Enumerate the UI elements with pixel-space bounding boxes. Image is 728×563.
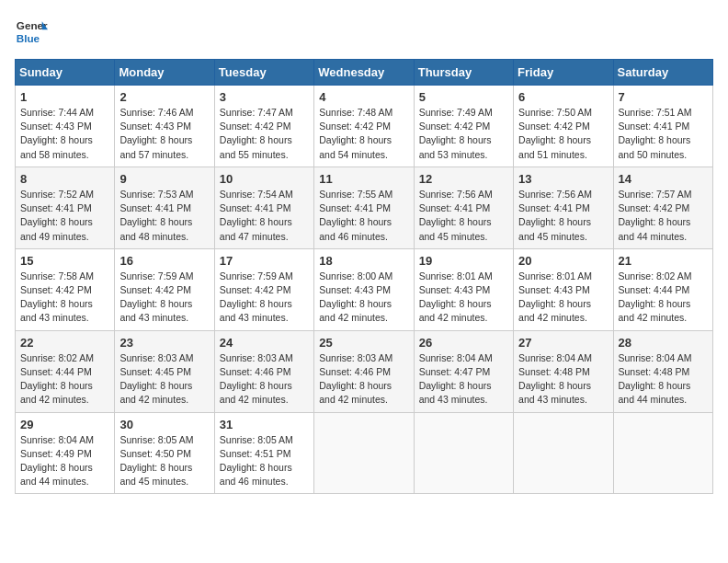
day-number: 8 bbox=[20, 172, 109, 186]
calendar-cell: 23 Sunrise: 8:03 AMSunset: 4:45 PMDaylig… bbox=[115, 330, 214, 412]
calendar-cell: 14 Sunrise: 7:57 AMSunset: 4:42 PMDaylig… bbox=[613, 167, 712, 248]
calendar-cell: 30 Sunrise: 8:05 AMSunset: 4:50 PMDaylig… bbox=[115, 412, 214, 494]
page-header: General Blue bbox=[15, 15, 713, 48]
day-info: Sunrise: 7:51 AMSunset: 4:41 PMDaylight:… bbox=[619, 106, 708, 162]
day-number: 20 bbox=[518, 254, 608, 268]
day-number: 6 bbox=[518, 90, 608, 104]
day-info: Sunrise: 7:59 AMSunset: 4:42 PMDaylight:… bbox=[119, 270, 209, 326]
day-info: Sunrise: 8:04 AMSunset: 4:49 PMDaylight:… bbox=[20, 433, 109, 489]
svg-text:Blue: Blue bbox=[17, 32, 40, 44]
calendar-cell: 6 Sunrise: 7:50 AMSunset: 4:42 PMDayligh… bbox=[514, 86, 613, 167]
day-info: Sunrise: 7:54 AMSunset: 4:41 PMDaylight:… bbox=[220, 188, 309, 244]
calendar-cell bbox=[314, 412, 414, 494]
day-number: 11 bbox=[319, 172, 408, 186]
day-info: Sunrise: 7:48 AMSunset: 4:42 PMDaylight:… bbox=[319, 106, 408, 162]
day-info: Sunrise: 8:02 AMSunset: 4:44 PMDaylight:… bbox=[20, 351, 109, 408]
day-info: Sunrise: 8:01 AMSunset: 4:43 PMDaylight:… bbox=[518, 270, 608, 326]
logo: General Blue bbox=[15, 15, 48, 48]
day-info: Sunrise: 8:03 AMSunset: 4:45 PMDaylight:… bbox=[119, 351, 209, 408]
calendar-cell: 20 Sunrise: 8:01 AMSunset: 4:43 PMDaylig… bbox=[514, 248, 613, 330]
calendar-cell: 7 Sunrise: 7:51 AMSunset: 4:41 PMDayligh… bbox=[613, 86, 712, 167]
day-number: 3 bbox=[220, 90, 309, 104]
day-number: 31 bbox=[220, 418, 309, 431]
day-number: 9 bbox=[119, 172, 209, 186]
calendar-cell: 12 Sunrise: 7:56 AMSunset: 4:41 PMDaylig… bbox=[414, 167, 513, 248]
calendar-week-2: 8 Sunrise: 7:52 AMSunset: 4:41 PMDayligh… bbox=[16, 167, 713, 248]
calendar-cell: 28 Sunrise: 8:04 AMSunset: 4:48 PMDaylig… bbox=[613, 330, 712, 412]
day-number: 13 bbox=[518, 172, 608, 186]
day-info: Sunrise: 7:46 AMSunset: 4:43 PMDaylight:… bbox=[119, 106, 209, 162]
day-number: 30 bbox=[119, 418, 209, 431]
weekday-header-wednesday: Wednesday bbox=[314, 60, 414, 86]
day-info: Sunrise: 8:04 AMSunset: 4:48 PMDaylight:… bbox=[619, 351, 708, 408]
day-number: 7 bbox=[619, 90, 708, 104]
calendar-cell: 15 Sunrise: 7:58 AMSunset: 4:42 PMDaylig… bbox=[16, 248, 115, 330]
day-info: Sunrise: 7:47 AMSunset: 4:42 PMDaylight:… bbox=[220, 106, 309, 162]
calendar-cell: 22 Sunrise: 8:02 AMSunset: 4:44 PMDaylig… bbox=[16, 330, 115, 412]
day-number: 4 bbox=[319, 90, 408, 104]
weekday-header-thursday: Thursday bbox=[414, 60, 513, 86]
calendar-cell: 31 Sunrise: 8:05 AMSunset: 4:51 PMDaylig… bbox=[214, 412, 313, 494]
calendar-table: SundayMondayTuesdayWednesdayThursdayFrid… bbox=[15, 59, 713, 494]
calendar-cell: 4 Sunrise: 7:48 AMSunset: 4:42 PMDayligh… bbox=[314, 86, 414, 167]
calendar-cell: 5 Sunrise: 7:49 AMSunset: 4:42 PMDayligh… bbox=[414, 86, 513, 167]
day-number: 18 bbox=[319, 254, 408, 268]
calendar-week-1: 1 Sunrise: 7:44 AMSunset: 4:43 PMDayligh… bbox=[16, 86, 713, 167]
day-info: Sunrise: 7:57 AMSunset: 4:42 PMDaylight:… bbox=[619, 188, 708, 244]
day-number: 19 bbox=[419, 254, 508, 268]
day-number: 26 bbox=[419, 336, 508, 350]
calendar-cell bbox=[514, 412, 613, 494]
day-info: Sunrise: 7:49 AMSunset: 4:42 PMDaylight:… bbox=[419, 106, 508, 162]
calendar-cell: 27 Sunrise: 8:04 AMSunset: 4:48 PMDaylig… bbox=[514, 330, 613, 412]
day-info: Sunrise: 7:44 AMSunset: 4:43 PMDaylight:… bbox=[20, 106, 109, 162]
day-info: Sunrise: 7:50 AMSunset: 4:42 PMDaylight:… bbox=[518, 106, 608, 162]
weekday-header-monday: Monday bbox=[115, 60, 214, 86]
calendar-cell: 18 Sunrise: 8:00 AMSunset: 4:43 PMDaylig… bbox=[314, 248, 414, 330]
calendar-cell: 25 Sunrise: 8:03 AMSunset: 4:46 PMDaylig… bbox=[314, 330, 414, 412]
calendar-cell: 10 Sunrise: 7:54 AMSunset: 4:41 PMDaylig… bbox=[214, 167, 313, 248]
day-number: 25 bbox=[319, 336, 408, 350]
calendar-cell: 16 Sunrise: 7:59 AMSunset: 4:42 PMDaylig… bbox=[115, 248, 214, 330]
calendar-header: SundayMondayTuesdayWednesdayThursdayFrid… bbox=[16, 60, 713, 86]
day-info: Sunrise: 7:56 AMSunset: 4:41 PMDaylight:… bbox=[518, 188, 608, 244]
weekday-header-friday: Friday bbox=[514, 60, 613, 86]
calendar-cell: 2 Sunrise: 7:46 AMSunset: 4:43 PMDayligh… bbox=[115, 86, 214, 167]
calendar-cell: 17 Sunrise: 7:59 AMSunset: 4:42 PMDaylig… bbox=[214, 248, 313, 330]
day-number: 28 bbox=[619, 336, 708, 350]
day-number: 17 bbox=[220, 254, 309, 268]
calendar-week-3: 15 Sunrise: 7:58 AMSunset: 4:42 PMDaylig… bbox=[16, 248, 713, 330]
calendar-cell: 24 Sunrise: 8:03 AMSunset: 4:46 PMDaylig… bbox=[214, 330, 313, 412]
day-info: Sunrise: 7:56 AMSunset: 4:41 PMDaylight:… bbox=[419, 188, 508, 244]
day-info: Sunrise: 8:02 AMSunset: 4:44 PMDaylight:… bbox=[619, 270, 708, 326]
day-info: Sunrise: 8:05 AMSunset: 4:51 PMDaylight:… bbox=[220, 433, 309, 489]
calendar-cell: 13 Sunrise: 7:56 AMSunset: 4:41 PMDaylig… bbox=[514, 167, 613, 248]
day-info: Sunrise: 8:04 AMSunset: 4:47 PMDaylight:… bbox=[419, 351, 508, 408]
day-number: 29 bbox=[20, 418, 109, 431]
day-number: 22 bbox=[20, 336, 109, 350]
calendar-cell: 11 Sunrise: 7:55 AMSunset: 4:41 PMDaylig… bbox=[314, 167, 414, 248]
day-number: 27 bbox=[518, 336, 608, 350]
calendar-cell: 1 Sunrise: 7:44 AMSunset: 4:43 PMDayligh… bbox=[16, 86, 115, 167]
calendar-cell: 19 Sunrise: 8:01 AMSunset: 4:43 PMDaylig… bbox=[414, 248, 513, 330]
day-info: Sunrise: 7:59 AMSunset: 4:42 PMDaylight:… bbox=[220, 270, 309, 326]
calendar-week-5: 29 Sunrise: 8:04 AMSunset: 4:49 PMDaylig… bbox=[16, 412, 713, 494]
logo-icon: General Blue bbox=[15, 15, 48, 48]
calendar-cell: 26 Sunrise: 8:04 AMSunset: 4:47 PMDaylig… bbox=[414, 330, 513, 412]
day-info: Sunrise: 8:05 AMSunset: 4:50 PMDaylight:… bbox=[119, 433, 209, 489]
day-number: 23 bbox=[119, 336, 209, 350]
day-number: 12 bbox=[419, 172, 508, 186]
day-info: Sunrise: 8:03 AMSunset: 4:46 PMDaylight:… bbox=[319, 351, 408, 408]
calendar-cell bbox=[414, 412, 513, 494]
day-number: 16 bbox=[119, 254, 209, 268]
day-info: Sunrise: 7:58 AMSunset: 4:42 PMDaylight:… bbox=[20, 270, 109, 326]
day-info: Sunrise: 8:04 AMSunset: 4:48 PMDaylight:… bbox=[518, 351, 608, 408]
calendar-cell bbox=[613, 412, 712, 494]
day-info: Sunrise: 7:55 AMSunset: 4:41 PMDaylight:… bbox=[319, 188, 408, 244]
day-number: 2 bbox=[119, 90, 209, 104]
day-number: 24 bbox=[220, 336, 309, 350]
day-number: 14 bbox=[619, 172, 708, 186]
calendar-cell: 8 Sunrise: 7:52 AMSunset: 4:41 PMDayligh… bbox=[16, 167, 115, 248]
day-number: 15 bbox=[20, 254, 109, 268]
weekday-header-sunday: Sunday bbox=[16, 60, 115, 86]
calendar-week-4: 22 Sunrise: 8:02 AMSunset: 4:44 PMDaylig… bbox=[16, 330, 713, 412]
